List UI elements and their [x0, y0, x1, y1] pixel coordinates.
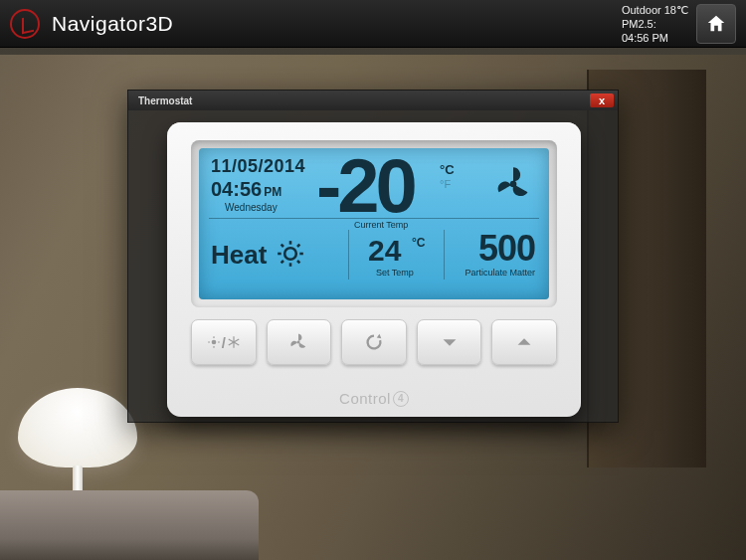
- bed: [0, 490, 259, 560]
- home-icon: [705, 13, 727, 35]
- svg-line-6: [281, 245, 283, 247]
- thermostat-device: 11/05/2014 04:56PM Wednesday -20 °C °F C…: [167, 122, 581, 417]
- refresh-button[interactable]: [341, 319, 407, 365]
- mode-button[interactable]: /: [191, 319, 257, 365]
- clock: 04:56 PM: [622, 31, 688, 45]
- lcd-current-temp: -20: [316, 142, 414, 229]
- pm25-label: PM2.5:: [622, 18, 656, 30]
- lcd-time-value: 04:56: [211, 178, 262, 200]
- dialog-close-button[interactable]: x: [590, 93, 614, 107]
- lcd-unit-c: °C: [440, 162, 455, 177]
- svg-point-1: [284, 248, 296, 260]
- down-button[interactable]: [417, 319, 482, 365]
- sun-small-icon: [207, 335, 221, 349]
- lcd-frame: 11/05/2014 04:56PM Wednesday -20 °C °F C…: [191, 140, 557, 307]
- brand-label: Control4: [167, 390, 581, 407]
- lcd-pm-label: Particulate Matter: [465, 268, 535, 278]
- lcd-mode: Heat: [211, 240, 267, 271]
- fan-button[interactable]: [267, 319, 332, 365]
- lcd-set-temp: 24: [368, 234, 401, 268]
- dialog-titlebar: Thermostat x: [128, 91, 618, 110]
- lcd-day-of-week: Wednesday: [225, 202, 278, 213]
- lcd-screen: 11/05/2014 04:56PM Wednesday -20 °C °F C…: [199, 148, 549, 299]
- dialog-title: Thermostat: [138, 95, 590, 106]
- refresh-icon: [363, 331, 385, 353]
- mode-button-glyph: /: [207, 334, 241, 351]
- lcd-current-temp-label: Current Temp: [354, 220, 408, 230]
- outdoor-value: 18℃: [664, 4, 688, 16]
- lcd-time: 04:56PM: [211, 178, 281, 201]
- top-bar: Navigator3D Outdoor 18℃ PM2.5: 04:56 PM: [0, 0, 746, 48]
- svg-line-8: [281, 261, 283, 263]
- brand-ring-icon: 4: [393, 391, 409, 407]
- fan-icon: [493, 164, 533, 208]
- snowflake-icon: [227, 335, 241, 349]
- lcd-set-temp-label: Set Temp: [376, 268, 414, 278]
- thermostat-button-row: /: [191, 319, 557, 367]
- chevron-up-icon: [513, 331, 535, 353]
- brand-text: Control: [339, 390, 391, 407]
- up-button[interactable]: [491, 319, 557, 365]
- lcd-date: 11/05/2014: [211, 156, 305, 177]
- app-title: Navigator3D: [52, 12, 173, 36]
- chevron-down-icon: [439, 331, 461, 353]
- lcd-pm-value: 500: [478, 228, 535, 270]
- outdoor-label: Outdoor: [622, 4, 661, 16]
- svg-line-9: [297, 245, 299, 247]
- status-block: Outdoor 18℃ PM2.5: 04:56 PM: [622, 3, 688, 45]
- svg-line-7: [297, 261, 299, 263]
- app-logo-icon: [10, 9, 40, 39]
- svg-point-10: [211, 340, 216, 345]
- fan-button-icon: [287, 331, 309, 353]
- home-button[interactable]: [696, 4, 736, 44]
- lcd-unit-f: °F: [440, 178, 451, 190]
- sun-icon: [277, 240, 304, 272]
- thermostat-dialog: Thermostat x 11/05/2014 04:56PM Wednesda…: [127, 90, 619, 423]
- lcd-set-temp-unit: °C: [412, 236, 425, 250]
- lcd-ampm: PM: [264, 185, 281, 199]
